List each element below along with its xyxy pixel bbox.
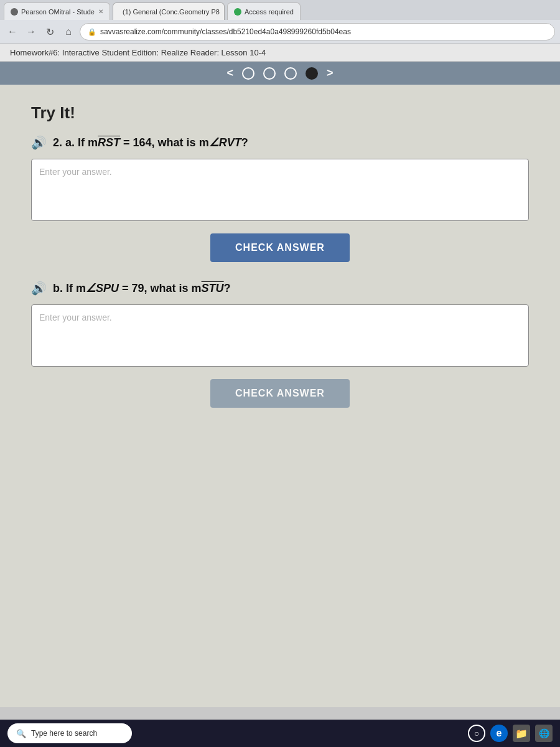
reload-button[interactable]: ↻	[42, 24, 57, 39]
taskbar: 🔍 Type here to search ○ e 📁 🌐	[0, 720, 560, 747]
tab-bar: Pearson OMitral - Stude ✕ (1) General (C…	[0, 0, 560, 20]
tab-close-general[interactable]: ✕	[223, 8, 225, 15]
hw-title-bar: Homework#6: Interactive Student Edition:…	[0, 44, 560, 62]
tab-icon-pearson	[11, 8, 18, 16]
forward-button[interactable]: →	[24, 24, 39, 39]
hw-title-text: Homework#6: Interactive Student Edition:…	[10, 48, 266, 57]
tab-general[interactable]: (1) General (Conc.Geometry P8 ✕	[113, 2, 225, 20]
sound-icon-a[interactable]: 🔊	[31, 135, 47, 150]
check-answer-button-a[interactable]: CHECK ANSWER	[210, 233, 350, 262]
nav-dot-3[interactable]	[284, 67, 297, 80]
back-button[interactable]: ←	[5, 24, 20, 39]
answer-input-a[interactable]	[31, 159, 529, 221]
check-answer-button-b[interactable]: CHECK ANSWER	[210, 379, 350, 408]
question-a-block: 🔊 2. a. If mRST = 164, what is m∠RVT? CH…	[31, 135, 529, 262]
question-b-label: 🔊 b. If m∠SPU = 79, what is mSTU?	[31, 281, 529, 296]
nav-dots-bar: < >	[0, 62, 560, 85]
sound-icon-b[interactable]: 🔊	[31, 281, 47, 296]
tab-close-pearson[interactable]: ✕	[98, 8, 103, 15]
home-button[interactable]: ⌂	[61, 24, 76, 39]
taskbar-globe-icon[interactable]: 🌐	[535, 725, 553, 742]
main-content: Try It! 🔊 2. a. If mRST = 164, what is m…	[0, 85, 560, 707]
address-bar-row: ← → ↻ ⌂ 🔒 savvasrealize.com/community/cl…	[0, 20, 560, 44]
tab-icon-access	[234, 8, 241, 16]
taskbar-search-text: Type here to search	[31, 729, 97, 738]
nav-dot-4[interactable]	[306, 67, 318, 80]
question-a-label: 🔊 2. a. If mRST = 164, what is m∠RVT?	[31, 135, 529, 150]
tab-pearson[interactable]: Pearson OMitral - Stude ✕	[4, 2, 110, 20]
nav-dot-1[interactable]	[242, 67, 254, 80]
browser-chrome: Pearson OMitral - Stude ✕ (1) General (C…	[0, 0, 560, 44]
lock-icon: 🔒	[88, 28, 96, 36]
tab-access[interactable]: Access required	[227, 2, 301, 20]
taskbar-folder-icon[interactable]: 📁	[513, 725, 530, 742]
address-bar[interactable]: 🔒 savvasrealize.com/community/classes/db…	[80, 23, 555, 40]
taskbar-edge-icon[interactable]: e	[490, 725, 508, 742]
taskbar-search[interactable]: 🔍 Type here to search	[7, 723, 132, 743]
question-b-block: 🔊 b. If m∠SPU = 79, what is mSTU? CHECK …	[31, 281, 529, 408]
taskbar-icons: ○ e 📁 🌐	[468, 725, 553, 742]
taskbar-cortana-icon[interactable]: ○	[468, 725, 485, 742]
nav-dot-2[interactable]	[263, 67, 276, 80]
taskbar-search-icon: 🔍	[16, 729, 26, 738]
nav-right-arrow[interactable]: >	[327, 67, 334, 80]
nav-left-arrow[interactable]: <	[226, 67, 233, 80]
try-it-heading: Try It!	[31, 103, 529, 123]
answer-input-b[interactable]	[31, 304, 529, 367]
